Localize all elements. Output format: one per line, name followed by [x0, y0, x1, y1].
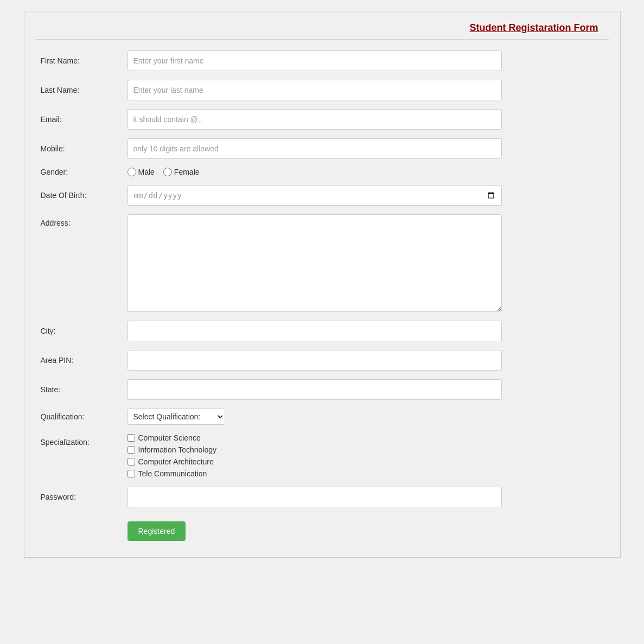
submit-row: Registered	[35, 516, 609, 541]
email-input[interactable]	[127, 109, 502, 130]
gender-label: Gender:	[41, 168, 127, 176]
spec-cs-label: Computer Science	[138, 433, 201, 442]
specialization-label: Specialization:	[41, 433, 127, 447]
gender-group: Male Female	[127, 168, 604, 176]
page-wrapper: Student Registaration Form First Name: L…	[24, 11, 621, 558]
mobile-row: Mobile:	[35, 138, 609, 159]
email-row: Email:	[35, 109, 609, 130]
spec-cs-checkbox[interactable]	[127, 434, 135, 442]
last-name-row: Last Name:	[35, 80, 609, 100]
gender-male-option: Male	[127, 168, 155, 176]
dob-row: Date Of Birth:	[35, 185, 609, 206]
email-label: Email:	[41, 115, 127, 124]
gender-female-radio[interactable]	[163, 168, 172, 176]
spec-ca-label: Computer Architecture	[138, 457, 214, 466]
spec-tc-label: Tele Communication	[138, 469, 207, 478]
specialization-row: Specialization: Computer Science Informa…	[35, 433, 609, 478]
qualification-label: Qualification:	[41, 412, 127, 421]
last-name-label: Last Name:	[41, 86, 127, 94]
spec-it-option: Information Technology	[127, 445, 604, 454]
form-header: Student Registaration Form	[35, 17, 609, 40]
mobile-input[interactable]	[127, 138, 502, 159]
password-input[interactable]	[127, 487, 502, 507]
spec-ca-checkbox[interactable]	[127, 458, 135, 466]
first-name-label: First Name:	[41, 56, 127, 65]
gender-row: Gender: Male Female	[35, 168, 609, 176]
spec-tc-checkbox[interactable]	[127, 470, 135, 477]
spec-ca-option: Computer Architecture	[127, 457, 604, 466]
page-title: Student Registaration Form	[469, 22, 598, 33]
gender-male-label: Male	[138, 168, 155, 176]
first-name-input[interactable]	[127, 50, 502, 71]
state-row: State:	[35, 379, 609, 400]
qualification-select[interactable]: Select Qualification:	[127, 409, 225, 425]
specialization-group: Computer Science Information Technology …	[127, 433, 604, 478]
spec-tc-option: Tele Communication	[127, 469, 604, 478]
address-textarea[interactable]	[127, 214, 502, 312]
area-pin-label: Area PIN:	[41, 356, 127, 365]
area-pin-row: Area PIN:	[35, 350, 609, 371]
state-input[interactable]	[127, 379, 502, 400]
last-name-input[interactable]	[127, 80, 502, 100]
gender-female-option: Female	[163, 168, 200, 176]
address-label: Address:	[41, 214, 127, 227]
mobile-label: Mobile:	[41, 144, 127, 153]
spec-it-checkbox[interactable]	[127, 446, 135, 454]
register-button[interactable]: Registered	[127, 521, 186, 541]
area-pin-input[interactable]	[127, 350, 502, 371]
city-input[interactable]	[127, 321, 502, 341]
first-name-row: First Name:	[35, 50, 609, 71]
city-row: City:	[35, 321, 609, 341]
city-label: City:	[41, 327, 127, 335]
spec-it-label: Information Technology	[138, 445, 217, 454]
gender-female-label: Female	[174, 168, 200, 176]
gender-male-radio[interactable]	[127, 168, 136, 176]
dob-input[interactable]	[127, 185, 502, 206]
state-label: State:	[41, 385, 127, 394]
address-row: Address:	[35, 214, 609, 312]
qualification-row: Qualification: Select Qualification:	[35, 409, 609, 425]
password-label: Password:	[41, 493, 127, 501]
spec-cs-option: Computer Science	[127, 433, 604, 442]
password-row: Password:	[35, 487, 609, 507]
dob-label: Date Of Birth:	[41, 191, 127, 200]
